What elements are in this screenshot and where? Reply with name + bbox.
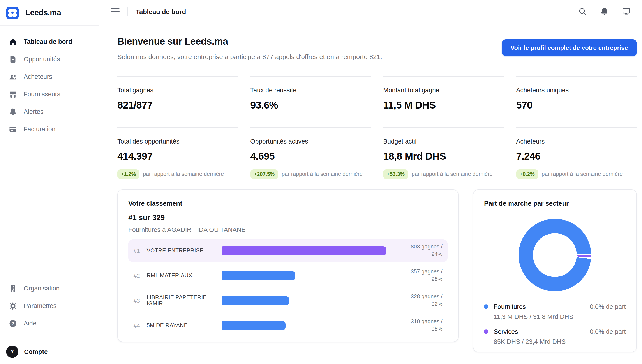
content: Bienvenue sur Leeds.ma Selon nos donnees… — [99, 23, 642, 352]
ranking-row[interactable]: #2 RML MATERIAUX 357 gagnes /98% — [128, 264, 448, 287]
sidebar-spacer — [0, 138, 99, 280]
sidebar-item-fournisseurs[interactable]: Fournisseurs — [0, 85, 99, 103]
stat-value: 4.695 — [250, 150, 371, 162]
legend-dot — [484, 330, 489, 334]
help-icon: ? — [9, 319, 17, 328]
stat-value: 821/877 — [117, 99, 238, 111]
ranking-card: Votre classement #1 sur 329 Fournitures … — [117, 190, 459, 342]
building-icon — [9, 284, 17, 292]
welcome-title: Bienvenue sur Leeds.ma — [117, 36, 382, 47]
monitor-icon[interactable] — [622, 7, 630, 16]
company-name: VOTRE ENTREPRISE... — [147, 248, 222, 254]
sidebar-item-label: Alertes — [24, 108, 43, 115]
welcome-section: Bienvenue sur Leeds.ma Selon nos donnees… — [117, 36, 637, 60]
delta-badge: +0.2% — [516, 169, 538, 179]
stat-value: 414.397 — [117, 150, 238, 162]
stat-total-opportunites: Total des opportunités 414.397 +1.2%par … — [117, 127, 238, 179]
sidebar-item-parametres[interactable]: Paramètres — [0, 297, 99, 314]
sidebar-item-organisation[interactable]: Organisation — [0, 280, 99, 297]
ranking-row[interactable]: #3 LIBRAIRIE PAPETERIE IGMIR 328 gagnes … — [128, 289, 448, 312]
search-icon[interactable] — [578, 7, 587, 16]
company-name: RML MATERIAUX — [147, 272, 222, 279]
sidebar-nav: Tableau de bord Opportunités Acheteurs F… — [0, 26, 99, 138]
sidebar-item-aide[interactable]: ? Aide — [0, 314, 99, 332]
bar-track — [222, 321, 394, 330]
view-company-profile-button[interactable]: Voir le profil complet de votre entrepri… — [502, 40, 637, 56]
company-name: LIBRAIRIE PAPETERIE IGMIR — [147, 294, 222, 307]
sidebar-item-facturation[interactable]: Facturation — [0, 120, 99, 138]
legend-share: 0.0% de part — [590, 328, 626, 335]
delta-suffix: par rapport à la semaine dernière — [143, 171, 224, 177]
sidebar-item-label: Aide — [24, 320, 36, 327]
delta-suffix: par rapport à la semaine dernière — [542, 171, 623, 177]
sidebar: Leeds.ma Tableau de bord Opportunités Ac… — [0, 0, 99, 364]
credit-card-icon — [9, 125, 17, 133]
legend-detail: 85K DHS / 23,4 Mrd DHS — [494, 338, 626, 345]
stat-label: Total des opportunités — [117, 138, 238, 145]
stat-value: 11,5 M DHS — [383, 99, 504, 111]
document-icon — [9, 55, 17, 63]
rank-number: #3 — [134, 297, 147, 304]
rank-number: #1 — [134, 248, 147, 254]
ranking-row[interactable]: #1 VOTRE ENTREPRISE... 803 gagnes /94% — [128, 239, 448, 262]
score-bar — [222, 321, 285, 330]
sidebar-item-label: Facturation — [24, 126, 55, 132]
stat-acheteurs: Acheteurs 7.246 +0.2%par rapport à la se… — [516, 127, 637, 179]
legend-item-fournitures: Fournitures 0.0% de part 11,3 M DHS / 31… — [484, 303, 626, 320]
stat-acheteurs-uniques: Acheteurs uniques 570 — [516, 76, 637, 127]
ranking-context: Fournitures a AGADIR - IDA OU TANANE — [128, 226, 448, 233]
sidebar-item-opportunites[interactable]: Opportunités — [0, 50, 99, 68]
brand-name: Leeds.ma — [26, 8, 61, 17]
stat-label: Total gagnes — [117, 86, 238, 94]
row-value: 328 gagnes /92% — [394, 293, 443, 308]
users-icon — [9, 72, 17, 81]
legend-detail: 11,3 M DHS / 31,8 Mrd DHS — [494, 313, 626, 320]
topbar: Tableau de bord — [99, 0, 642, 23]
menu-toggle-icon[interactable] — [111, 8, 120, 14]
stat-total-gagnes: Total gagnes 821/877 — [117, 76, 238, 127]
score-bar — [222, 296, 289, 305]
delta-suffix: par rapport à la semaine dernière — [281, 171, 363, 177]
legend-dot — [484, 304, 489, 309]
row-value: 803 gagnes /94% — [394, 243, 443, 258]
market-share-card: Part de marche par secteur Fournitures 0… — [473, 190, 637, 352]
sidebar-item-label: Organisation — [24, 285, 60, 292]
stat-value: 570 — [516, 99, 637, 111]
stat-taux-de-reussite: Taux de reussite 93.6% — [250, 76, 371, 127]
welcome-subtitle: Selon nos donnees, votre entreprise a pa… — [117, 53, 382, 60]
bell-icon[interactable] — [600, 7, 609, 16]
legend-item-services: Services 0.0% de part 85K DHS / 23,4 Mrd… — [484, 328, 626, 345]
sidebar-item-alertes[interactable]: Alertes — [0, 103, 99, 120]
legend-label: Services — [494, 328, 518, 335]
stat-value: 18,8 Mrd DHS — [383, 150, 504, 162]
topbar-divider — [127, 6, 128, 16]
ranking-row[interactable]: #4 5M DE RAYANE 310 gagnes /98% — [128, 314, 448, 337]
sidebar-item-acheteurs[interactable]: Acheteurs — [0, 68, 99, 85]
delta-badge: +207.5% — [250, 169, 278, 179]
stats-grid: Total gagnes 821/877 Taux de reussite 93… — [117, 76, 637, 179]
sidebar-item-tableau-de-bord[interactable]: Tableau de bord — [0, 33, 99, 50]
account-row[interactable]: Y Compte — [0, 340, 99, 364]
donut-chart — [518, 219, 591, 292]
stat-label: Opportunités actives — [250, 138, 371, 145]
ranking-position: #1 sur 329 — [128, 214, 448, 222]
stat-montant-total-gagne: Montant total gagne 11,5 M DHS — [383, 76, 504, 127]
avatar: Y — [6, 346, 19, 358]
stat-value: 7.246 — [516, 150, 637, 162]
storefront-icon — [9, 90, 17, 98]
legend-share: 0.0% de part — [590, 303, 626, 310]
gear-icon — [9, 302, 17, 310]
stat-label: Budget actif — [383, 138, 504, 145]
ranking-rows: #1 VOTRE ENTREPRISE... 803 gagnes /94% #… — [128, 239, 448, 337]
brand-row: Leeds.ma — [0, 0, 99, 26]
stat-label: Acheteurs — [516, 138, 637, 145]
sidebar-item-label: Paramètres — [24, 302, 57, 309]
row-value: 310 gagnes /98% — [394, 318, 443, 333]
market-share-title: Part de marche par secteur — [484, 200, 626, 207]
stat-label: Acheteurs uniques — [516, 86, 637, 94]
delta-suffix: par rapport à la semaine dernière — [412, 171, 493, 177]
main-area: Tableau de bord Bienvenue sur Leeds.ma S… — [99, 0, 642, 364]
home-icon — [9, 38, 17, 46]
company-name: 5M DE RAYANE — [147, 322, 222, 328]
sidebar-item-label: Opportunités — [24, 56, 60, 62]
